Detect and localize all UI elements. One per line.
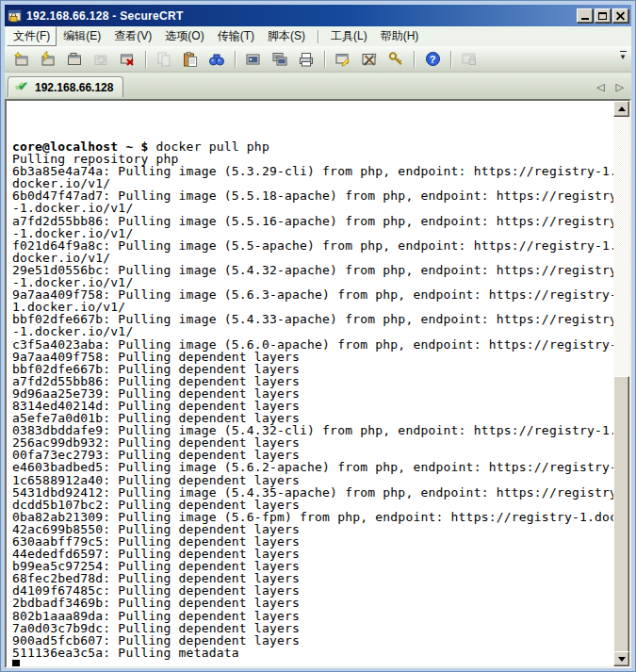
terminal-line: 900ad5fcb607: Pulling dependent layers: [12, 634, 613, 647]
terminal-line: e4603badbed5: Pulling image (5.6.2-apach…: [12, 461, 613, 473]
tab-scroll-left-icon[interactable]: ◁: [596, 82, 604, 92]
scroll-up-arrow-icon: [618, 107, 626, 111]
terminal-line: dcdd5b107bc2: Pulling dependent layers: [12, 499, 613, 511]
menu-options[interactable]: 选项(O): [158, 26, 210, 46]
session-window-icon[interactable]: [242, 49, 265, 70]
tab-scroll-controls: ◁ ▷: [596, 82, 624, 92]
copy-icon[interactable]: [153, 49, 175, 70]
terminal-line: bbf02dfe667b: Pulling dependent layers: [12, 363, 613, 375]
help-icon[interactable]: ?: [421, 49, 444, 70]
find-icon[interactable]: [205, 49, 228, 70]
terminal-output: Pulling repository php6b3a85e4a74a: Pull…: [12, 153, 613, 659]
print-icon[interactable]: [295, 49, 318, 70]
menu-bar: 文件(F) 编辑(E) 查看(V) 选项(O) 传输(T) 脚本(S) 工具(L…: [5, 26, 631, 46]
tab-scroll-right-icon[interactable]: ▷: [616, 82, 624, 92]
menu-tools[interactable]: 工具(L): [324, 26, 374, 46]
maximize-icon: [598, 12, 607, 20]
quick-connect-icon[interactable]: [37, 49, 59, 70]
menu-script[interactable]: 脚本(S): [261, 26, 312, 46]
disconnect-icon[interactable]: [116, 49, 139, 70]
terminal-text: core@localhost ~ $ docker pull php Pulli…: [7, 101, 613, 666]
terminal-line: 7a0d03c7b9dc: Pulling dependent layers: [12, 622, 613, 634]
connect-in-tab-icon[interactable]: [63, 49, 86, 70]
toolbar-separator: [450, 51, 451, 68]
window-controls: [577, 8, 628, 23]
clone-session-icon[interactable]: [269, 49, 291, 70]
title-bar: 192.168.66.128 - SecureCRT: [5, 5, 631, 26]
close-icon: [616, 11, 625, 20]
toolbar: ? ▾: [5, 46, 631, 73]
terminal-line: docker.io/v1/: [12, 252, 613, 264]
session-tab-label: 192.168.66.128: [35, 81, 113, 94]
minimize-button[interactable]: [577, 8, 593, 23]
toolbar-separator: [414, 51, 415, 68]
toolbar-separator: [145, 51, 146, 68]
terminal-line: 802b1aaa89da: Pulling dependent layers: [12, 610, 613, 622]
toolbar-separator: [235, 51, 236, 68]
terminal-line: 2bdbadf3469b: Pulling dependent layers: [12, 597, 613, 609]
terminal-line: 5431dbd92412: Pulling image (5.4.35-apac…: [12, 486, 613, 499]
minimize-icon: [581, 18, 589, 20]
window-title: 192.168.66.128 - SecureCRT: [26, 9, 573, 23]
session-options-icon[interactable]: [332, 49, 354, 70]
session-tab[interactable]: ✔✔ 192.168.66.128: [8, 76, 123, 97]
locked-session-icon[interactable]: [458, 49, 481, 70]
menu-separator: [318, 30, 318, 43]
terminal-line: -1.docker.io/v1/: [12, 227, 613, 239]
connect-icon[interactable]: [10, 49, 33, 70]
scrollbar-thumb[interactable]: [613, 376, 629, 655]
paste-icon[interactable]: [179, 49, 202, 70]
vertical-scrollbar[interactable]: [613, 101, 629, 666]
terminal-line: -1.docker.io/v1/: [12, 325, 613, 337]
toolbar-separator: [324, 51, 325, 68]
menu-file[interactable]: 文件(F): [7, 26, 57, 46]
scroll-down-button[interactable]: [613, 651, 629, 666]
terminal-line: -1.docker.io/v1/: [12, 202, 613, 214]
maximize-button[interactable]: [595, 8, 611, 23]
scroll-up-button[interactable]: [613, 101, 629, 117]
reconnect-icon[interactable]: [90, 49, 112, 70]
help-question-glyph: ?: [426, 52, 440, 66]
scroll-down-arrow-icon: [618, 657, 626, 662]
toolbar-overflow-chevron-icon[interactable]: ▾: [617, 51, 628, 61]
terminal-line: 9d96aa25e739: Pulling dependent layers: [12, 387, 613, 400]
terminal-line: 0ba82ab21309: Pulling image (5.6-fpm) fr…: [12, 511, 613, 523]
app-icon[interactable]: [8, 8, 23, 24]
terminal-cursor: [12, 660, 20, 666]
menu-view[interactable]: 查看(V): [107, 26, 158, 46]
terminal-line: 1c6588912a40: Pulling dependent layers: [12, 474, 613, 486]
key-agent-icon[interactable]: [384, 49, 407, 70]
securecrt-window: 192.168.66.128 - SecureCRT 文件(F) 编辑(E) 查…: [0, 0, 636, 672]
terminal-line: a7fd2d55bb86: Pulling image (5.5.16-apac…: [12, 215, 613, 227]
terminal-line: f021d64f9a8c: Pulling image (5.5-apache)…: [12, 239, 613, 252]
menu-transfer[interactable]: 传输(T): [211, 26, 261, 46]
menu-help[interactable]: 帮助(H): [374, 26, 426, 46]
cursor-line: [12, 659, 613, 666]
connected-check-icon: ✔✔: [14, 81, 30, 94]
global-options-icon[interactable]: [358, 49, 381, 70]
menu-edit[interactable]: 编辑(E): [57, 26, 107, 46]
tab-bar: ✔✔ 192.168.66.128 ◁ ▷: [5, 73, 631, 99]
terminal-line: c3f5a4023aba: Pulling image (5.6.0-apach…: [12, 338, 613, 351]
terminal-line: a7fd2d55bb86: Pulling dependent layers: [12, 375, 613, 387]
terminal-screen[interactable]: core@localhost ~ $ docker pull php Pulli…: [5, 99, 631, 668]
terminal-line: 511136ea3c5a: Pulling metadata: [12, 647, 613, 659]
close-button[interactable]: [612, 8, 628, 23]
terminal-line: 9a7aa409f758: Pulling dependent layers: [12, 351, 613, 363]
